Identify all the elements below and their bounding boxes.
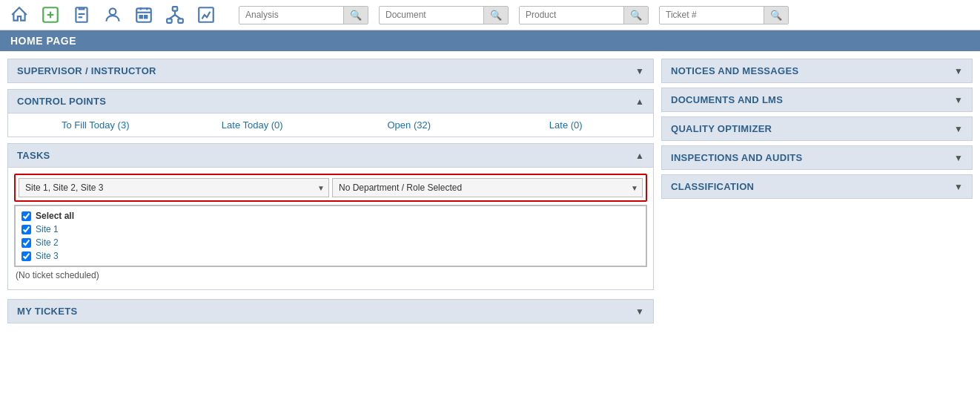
product-search[interactable] bbox=[520, 7, 623, 23]
site-dropdown[interactable]: Site 1, Site 2, Site 3 bbox=[19, 178, 329, 197]
inspections-arrow bbox=[954, 153, 963, 163]
tasks-body: Site 1, Site 2, Site 3 ▼ No Department /… bbox=[7, 168, 654, 290]
svg-line-18 bbox=[175, 15, 181, 19]
inspections-title: INSPECTIONS AND AUDITS bbox=[671, 152, 803, 163]
supervisor-title: SUPERVISOR / INSTRUCTOR bbox=[17, 65, 156, 76]
cp-late[interactable]: Late (0) bbox=[488, 119, 645, 131]
my-tickets-title: MY TICKETS bbox=[17, 306, 78, 317]
classification-arrow bbox=[954, 182, 963, 192]
calendar-icon[interactable] bbox=[132, 3, 156, 27]
classification-section: CLASSIFICATION bbox=[661, 174, 973, 199]
site2-item[interactable]: Site 2 bbox=[21, 236, 640, 249]
site-dropdown-wrapper: Site 1, Site 2, Site 3 ▼ bbox=[19, 178, 329, 197]
site2-label: Site 2 bbox=[36, 237, 59, 248]
analysis-search-group: 🔍 bbox=[239, 6, 368, 24]
site3-item[interactable]: Site 3 bbox=[21, 249, 640, 263]
my-tickets-arrow bbox=[635, 306, 644, 317]
control-points-title: CONTROL POINTS bbox=[17, 96, 106, 107]
document-search-group: 🔍 bbox=[379, 6, 509, 24]
supervisor-section-header[interactable]: SUPERVISOR / INSTRUCTOR bbox=[7, 59, 654, 83]
inspections-section: INSPECTIONS AND AUDITS bbox=[661, 145, 973, 170]
my-tickets-section: MY TICKETS bbox=[7, 299, 654, 323]
svg-rect-14 bbox=[167, 19, 172, 22]
notices-title: NOTICES AND MESSAGES bbox=[671, 65, 798, 76]
top-nav: 🔍 🔍 🔍 🔍 bbox=[0, 0, 980, 30]
analysis-search-button[interactable]: 🔍 bbox=[343, 7, 368, 24]
dept-dropdown[interactable]: No Department / Role Selected bbox=[332, 178, 643, 197]
documents-title: DOCUMENTS AND LMS bbox=[671, 94, 783, 105]
analysis-search[interactable] bbox=[239, 7, 343, 23]
dept-dropdown-wrapper: No Department / Role Selected ▼ bbox=[332, 178, 643, 197]
cp-to-fill-today[interactable]: To Fill Today (3) bbox=[17, 119, 174, 131]
tasks-arrow bbox=[635, 151, 644, 161]
classification-header[interactable]: CLASSIFICATION bbox=[661, 174, 973, 199]
svg-rect-15 bbox=[178, 19, 183, 22]
page-title: HOME PAGE bbox=[0, 30, 980, 51]
notices-arrow bbox=[954, 66, 963, 76]
cp-open[interactable]: Open (32) bbox=[331, 119, 488, 131]
svg-rect-19 bbox=[199, 7, 213, 22]
inspections-header[interactable]: INSPECTIONS AND AUDITS bbox=[661, 145, 973, 170]
supervisor-section: SUPERVISOR / INSTRUCTOR bbox=[7, 59, 654, 83]
ticket-search[interactable] bbox=[660, 7, 764, 23]
site1-label: Site 1 bbox=[36, 224, 59, 234]
documents-arrow bbox=[954, 95, 963, 105]
supervisor-arrow bbox=[635, 66, 644, 76]
document-search-button[interactable]: 🔍 bbox=[483, 7, 508, 24]
document-search[interactable] bbox=[380, 7, 483, 23]
no-ticket-text: (No ticket scheduled) bbox=[14, 267, 647, 283]
notices-header[interactable]: NOTICES AND MESSAGES bbox=[661, 59, 973, 83]
svg-point-6 bbox=[110, 8, 116, 15]
control-points-header[interactable]: CONTROL POINTS bbox=[7, 89, 654, 114]
tasks-header[interactable]: TASKS bbox=[7, 143, 654, 168]
control-points-arrow bbox=[635, 96, 644, 107]
control-points-section: CONTROL POINTS To Fill Today (3) Late To… bbox=[7, 89, 654, 137]
quality-header[interactable]: QUALITY OPTIMIZER bbox=[661, 116, 973, 141]
tasks-section: TASKS Site 1, Site 2, Site 3 ▼ No Depart… bbox=[7, 143, 654, 290]
right-panel: NOTICES AND MESSAGES DOCUMENTS AND LMS Q… bbox=[661, 59, 973, 323]
svg-rect-13 bbox=[173, 7, 178, 10]
product-search-group: 🔍 bbox=[519, 6, 649, 24]
tasks-dropdown-row: Site 1, Site 2, Site 3 ▼ No Department /… bbox=[14, 174, 647, 202]
notices-section: NOTICES AND MESSAGES bbox=[661, 59, 973, 83]
ticket-search-button[interactable]: 🔍 bbox=[764, 7, 788, 24]
quality-section: QUALITY OPTIMIZER bbox=[661, 116, 973, 141]
svg-rect-12 bbox=[145, 16, 147, 18]
quality-arrow bbox=[954, 124, 963, 134]
checkbox-dropdown: Select all Site 1 Site 2 Site 3 bbox=[15, 206, 646, 266]
ticket-search-group: 🔍 bbox=[659, 6, 789, 24]
left-panel: SUPERVISOR / INSTRUCTOR CONTROL POINTS T… bbox=[7, 59, 654, 323]
site1-item[interactable]: Site 1 bbox=[21, 223, 640, 236]
svg-rect-11 bbox=[140, 16, 142, 18]
person-icon[interactable] bbox=[101, 3, 125, 27]
quality-title: QUALITY OPTIMIZER bbox=[671, 123, 772, 134]
network-icon[interactable] bbox=[163, 3, 187, 27]
documents-section: DOCUMENTS AND LMS bbox=[661, 88, 973, 112]
my-tickets-header[interactable]: MY TICKETS bbox=[7, 299, 654, 323]
clipboard-icon[interactable] bbox=[70, 3, 93, 27]
cp-late-today[interactable]: Late Today (0) bbox=[174, 119, 331, 131]
site1-checkbox[interactable] bbox=[21, 225, 31, 234]
select-all-label: Select all bbox=[36, 211, 74, 221]
site3-label: Site 3 bbox=[36, 251, 59, 261]
nav-icons bbox=[7, 3, 218, 27]
tasks-title: TASKS bbox=[17, 150, 50, 161]
select-all-checkbox[interactable] bbox=[21, 211, 31, 221]
select-all-item[interactable]: Select all bbox=[21, 209, 640, 223]
svg-line-17 bbox=[169, 15, 175, 19]
documents-header[interactable]: DOCUMENTS AND LMS bbox=[661, 88, 973, 112]
add-patient-icon[interactable] bbox=[39, 3, 62, 27]
site-checkbox-list: Select all Site 1 Site 2 Site 3 bbox=[14, 205, 647, 267]
control-points-body: To Fill Today (3) Late Today (0) Open (3… bbox=[7, 114, 654, 137]
product-search-button[interactable]: 🔍 bbox=[623, 7, 648, 24]
site3-checkbox[interactable] bbox=[21, 251, 31, 261]
cp-stats: To Fill Today (3) Late Today (0) Open (3… bbox=[17, 119, 644, 131]
chart-icon[interactable] bbox=[194, 3, 218, 27]
site2-checkbox[interactable] bbox=[21, 238, 31, 248]
classification-title: CLASSIFICATION bbox=[671, 181, 754, 192]
home-icon[interactable] bbox=[7, 3, 31, 27]
main-layout: SUPERVISOR / INSTRUCTOR CONTROL POINTS T… bbox=[0, 51, 980, 331]
